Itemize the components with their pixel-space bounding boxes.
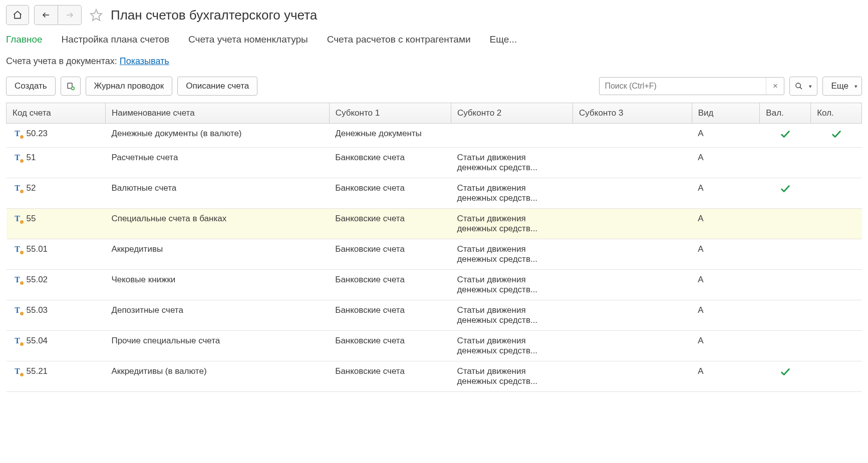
col-val[interactable]: Вал.: [760, 103, 811, 124]
cell-kol: [811, 148, 862, 178]
table-row[interactable]: 50.23Денежные документы (в валюте)Денежн…: [7, 124, 862, 148]
check-icon: [831, 130, 842, 142]
close-icon: ×: [773, 81, 778, 91]
cell-kol: [811, 178, 862, 209]
create-button[interactable]: Создать: [6, 77, 56, 96]
cell-sub2: Статьи движения денежных средств...: [451, 361, 572, 392]
describe-account-button[interactable]: Описание счета: [177, 77, 257, 96]
cell-sub1: Банковские счета: [329, 270, 451, 300]
arrow-right-icon: [64, 11, 75, 20]
search-options-button[interactable]: [789, 77, 817, 96]
cell-sub3: [573, 361, 692, 392]
account-name: Чековые книжки: [105, 270, 329, 300]
cell-sub3: [573, 124, 692, 148]
copy-add-icon: [66, 82, 75, 91]
account-name: Аккредитивы (в валюте): [105, 361, 329, 392]
cell-vid: А: [692, 331, 760, 361]
search-icon: [795, 82, 803, 90]
svg-point-7: [796, 83, 800, 88]
cell-kol: [811, 239, 862, 270]
cell-sub2: Статьи движения денежных средств...: [451, 300, 572, 331]
cell-kol: [811, 124, 862, 148]
cell-val: [760, 270, 811, 300]
cell-sub3: [573, 300, 692, 331]
favorite-button[interactable]: [87, 9, 106, 22]
cell-kol: [811, 300, 862, 331]
table-row[interactable]: 55.02Чековые книжкиБанковские счетаСтать…: [7, 270, 862, 300]
cell-val: [760, 300, 811, 331]
account-code: 55.01: [27, 244, 48, 254]
table-row[interactable]: 55.03Депозитные счетаБанковские счетаСта…: [7, 300, 862, 331]
home-icon: [13, 10, 23, 20]
page-title: План счетов бухгалтерского учета: [111, 8, 317, 23]
account-name: Аккредитивы: [105, 239, 329, 270]
cell-sub1: Денежные документы: [329, 124, 451, 148]
cell-vid: А: [692, 178, 760, 209]
cell-sub1: Банковские счета: [329, 361, 451, 392]
account-name: Денежные документы (в валюте): [105, 124, 329, 148]
account-icon: [13, 275, 23, 285]
account-code: 55.04: [27, 336, 48, 346]
accounts-table: Код счета Наименование счета Субконто 1 …: [6, 103, 862, 392]
table-row[interactable]: 51Расчетные счетаБанковские счетаСтатьи …: [7, 148, 862, 178]
journal-button[interactable]: Журнал проводок: [86, 77, 173, 96]
more-button[interactable]: Еще: [822, 77, 862, 96]
copy-create-button[interactable]: [61, 77, 81, 96]
tab-2[interactable]: Счета учета номенклатуры: [188, 34, 308, 45]
back-button[interactable]: [34, 5, 58, 25]
cell-sub3: [573, 270, 692, 300]
col-sub2[interactable]: Субконто 2: [451, 103, 572, 124]
account-code: 55: [27, 214, 36, 224]
search-clear-button[interactable]: ×: [766, 78, 784, 95]
cell-kol: [811, 331, 862, 361]
account-name: Расчетные счета: [105, 148, 329, 178]
account-code: 55.21: [27, 366, 48, 376]
cell-val: [760, 331, 811, 361]
accounts-in-docs-link[interactable]: Показывать: [120, 56, 169, 66]
accounts-in-docs-line: Счета учета в документах: Показывать: [6, 56, 862, 67]
cell-sub1: Банковские счета: [329, 178, 451, 209]
account-icon: [13, 244, 23, 254]
arrow-left-icon: [41, 11, 52, 20]
col-sub1[interactable]: Субконто 1: [329, 103, 451, 124]
cell-sub3: [573, 239, 692, 270]
forward-button[interactable]: [58, 5, 82, 25]
col-kol[interactable]: Кол.: [811, 103, 862, 124]
account-code: 51: [27, 153, 36, 163]
tab-3[interactable]: Счета расчетов с контрагентами: [327, 34, 471, 45]
account-name: Прочие специальные счета: [105, 331, 329, 361]
col-name[interactable]: Наименование счета: [105, 103, 329, 124]
check-icon: [780, 184, 791, 197]
col-sub3[interactable]: Субконто 3: [573, 103, 692, 124]
tab-4[interactable]: Еще...: [490, 34, 517, 45]
table-row[interactable]: 55Специальные счета в банкахБанковские с…: [7, 209, 862, 239]
cell-sub1: Банковские счета: [329, 331, 451, 361]
cell-vid: А: [692, 239, 760, 270]
cell-sub1: Банковские счета: [329, 300, 451, 331]
col-code[interactable]: Код счета: [7, 103, 106, 124]
account-icon: [13, 183, 23, 193]
col-vid[interactable]: Вид: [692, 103, 760, 124]
home-button[interactable]: [6, 5, 29, 25]
tab-1[interactable]: Настройка плана счетов: [62, 34, 169, 45]
cell-vid: А: [692, 209, 760, 239]
cell-sub2: Статьи движения денежных средств...: [451, 209, 572, 239]
table-row[interactable]: 55.21Аккредитивы (в валюте)Банковские сч…: [7, 361, 862, 392]
cell-val: [760, 148, 811, 178]
cell-sub3: [573, 331, 692, 361]
cell-kol: [811, 209, 862, 239]
star-icon: [90, 9, 103, 22]
tab-0[interactable]: Главное: [6, 34, 43, 45]
cell-vid: А: [692, 148, 760, 178]
check-icon: [780, 130, 791, 142]
account-name: Валютные счета: [105, 178, 329, 209]
search-input[interactable]: [600, 78, 766, 95]
cell-sub1: Банковские счета: [329, 209, 451, 239]
table-row[interactable]: 52Валютные счетаБанковские счетаСтатьи д…: [7, 178, 862, 209]
table-row[interactable]: 55.04Прочие специальные счетаБанковские …: [7, 331, 862, 361]
cell-sub3: [573, 209, 692, 239]
cell-val: [760, 361, 811, 392]
table-row[interactable]: 55.01АккредитивыБанковские счетаСтатьи д…: [7, 239, 862, 270]
account-icon: [13, 305, 23, 315]
cell-sub2: Статьи движения денежных средств...: [451, 148, 572, 178]
